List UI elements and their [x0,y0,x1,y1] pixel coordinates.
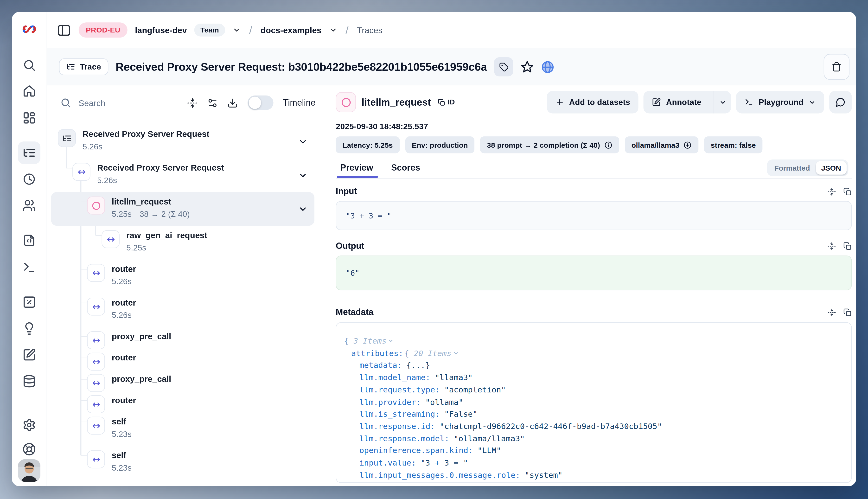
span-icon [87,417,105,435]
tab-preview[interactable]: Preview [340,158,373,178]
datasets-nav-icon[interactable] [22,375,36,388]
json-line[interactable]: metadata:{...} [343,360,844,372]
home-nav-icon[interactable] [22,84,36,98]
users-nav-icon[interactable] [22,199,36,212]
tags-button[interactable] [494,57,513,76]
tree-row-span[interactable]: router [51,348,315,369]
breadcrumb-section[interactable]: Traces [357,25,382,35]
evaluation-nav-icon[interactable] [22,295,36,309]
tree-row-title: router [112,353,136,362]
timeline-toggle[interactable] [247,96,273,110]
observation-detail-panel: litellm_request ID Add to datasets [330,85,856,486]
input-section-header: Input [336,185,852,198]
delete-trace-button[interactable] [824,54,849,80]
fold-vertical-icon[interactable] [828,242,836,250]
support-nav-icon[interactable] [22,442,36,456]
settings-nav-icon[interactable] [22,418,36,432]
span-icon [87,374,105,392]
tree-row-trace-root[interactable]: Received Proxy Server Request5.26s [51,125,315,158]
tree-row-duration: 5.25s [126,242,207,254]
collapse-all-button[interactable] [187,97,197,108]
json-line: llm.response.model:"ollama/llama3" [343,433,844,445]
span-icon [87,297,105,316]
chevron-down-icon [809,99,816,106]
tree-row-span[interactable]: self5.23s [51,446,315,479]
view-formatted-option[interactable]: Formatted [769,161,816,175]
input-value: "3 + 3 = " [336,201,852,230]
tree-row-title: proxy_pre_call [112,374,171,384]
tree-row-duration: 5.23s [112,461,132,474]
tree-row-span[interactable]: raw_gen_ai_request5.25s [51,226,315,259]
tree-row-span[interactable]: router [51,391,315,412]
detail-actions: Add to datasets Annotate [547,91,852,113]
chevron-down-icon[interactable] [298,171,308,180]
json-line: llm.input_messages.0.message.role:"syste… [343,469,844,482]
copy-icon[interactable] [843,187,852,196]
dashboard-nav-icon[interactable] [22,111,36,125]
comments-button[interactable] [829,91,852,113]
json-line: openinference.span.kind:"LLM" [343,445,844,457]
annotate-dropdown-button[interactable] [714,91,731,113]
generation-icon [336,92,356,112]
trace-tree: Received Proxy Server Request5.26s Recei… [51,125,315,479]
prompts-nav-icon[interactable] [22,234,36,247]
tree-search-input[interactable]: Search [60,97,178,109]
org-name[interactable]: langfuse-dev [135,25,187,35]
search-nav-icon[interactable] [22,59,36,72]
copy-icon[interactable] [843,242,852,250]
metadata-section-header: Metadata [336,306,852,319]
lightbulb-nav-icon[interactable] [22,322,36,335]
json-line[interactable]: {3 Items [343,335,844,348]
tree-row-span[interactable]: proxy_pre_call [51,369,315,391]
copy-icon[interactable] [843,308,852,316]
tree-row-duration: 5.26s [112,309,136,321]
id-label: ID [448,98,455,106]
metadata-label: Metadata [336,307,374,317]
tab-scores[interactable]: Scores [391,158,420,178]
add-to-datasets-button[interactable]: Add to datasets [547,91,638,113]
desktop: PROD-EU langfuse-dev Team / docs-example… [0,0,868,499]
tree-row-span[interactable]: proxy_pre_call [51,327,315,348]
org-switcher-chevron-icon[interactable] [232,26,241,34]
tree-row-title: raw_gen_ai_request [126,230,207,240]
model-badge[interactable]: ollama/llama3 [625,136,698,153]
list-tree-icon [66,62,75,71]
tree-row-span[interactable]: router5.26s [51,259,315,293]
annotate-nav-icon[interactable] [22,348,36,362]
message-bubble-icon [835,97,846,107]
json-line[interactable]: attributes:{20 Items [343,348,844,360]
fold-vertical-icon[interactable] [828,187,836,196]
download-button[interactable] [227,97,238,108]
tree-row-title: self [112,417,126,426]
tracing-nav-icon-active[interactable] [18,142,40,164]
tree-row-title: litellm_request [112,197,171,206]
tree-row-span[interactable]: router5.26s [51,293,315,327]
user-avatar[interactable] [18,459,40,482]
tree-row-span[interactable]: self5.23s [51,412,315,446]
sidebar-toggle-icon[interactable] [57,23,72,38]
fold-vertical-icon[interactable] [828,308,836,316]
detail-tabs: Preview Scores Formatted JSON [336,158,852,179]
tree-row-generation-selected[interactable]: litellm_request5.25s38 → 2 (Σ 40) [51,192,315,226]
chevron-down-icon [719,99,726,106]
chevron-down-icon[interactable] [298,205,308,214]
stream-badge: stream: false [704,136,762,153]
tree-row-span[interactable]: Received Proxy Server Request5.26s [51,158,315,192]
copy-id-button[interactable]: ID [438,98,455,106]
project-switcher-chevron-icon[interactable] [329,26,337,34]
tree-row-duration: 5.26s [97,174,224,186]
sessions-nav-icon[interactable] [22,172,36,186]
span-icon [87,264,105,282]
annotate-button[interactable]: Annotate [644,91,709,113]
tree-settings-button[interactable] [207,97,218,108]
playground-nav-icon[interactable] [22,260,36,274]
view-json-option[interactable]: JSON [816,161,847,175]
public-share-globe-icon[interactable] [541,60,554,73]
generation-icon [87,197,105,215]
tree-row-title: router [112,264,136,273]
playground-button[interactable]: Playground [736,91,824,113]
chevron-down-icon[interactable] [298,137,308,147]
environment-badge[interactable]: PROD-EU [79,22,128,38]
bookmark-star-button[interactable] [521,60,534,74]
project-name[interactable]: docs-examples [260,25,321,35]
